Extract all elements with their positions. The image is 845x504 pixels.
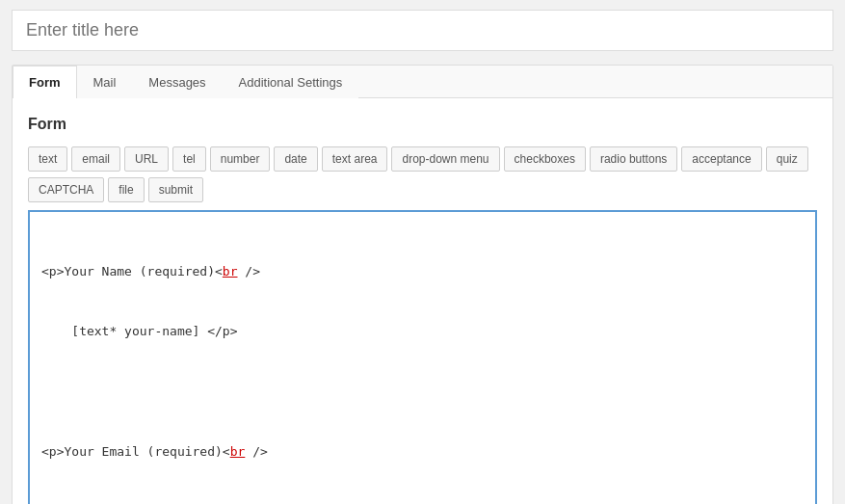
tab-mail[interactable]: Mail [77,66,133,98]
code-editor[interactable]: <p>Your Name (required)<br /> [text* you… [28,210,817,504]
title-input[interactable] [12,10,833,51]
field-btn-captcha[interactable]: CAPTCHA [28,177,104,202]
field-buttons-row1: text email URL tel number date text area… [28,146,817,172]
tabs-wrapper: Form Mail Messages Additional Settings F… [12,65,833,504]
field-buttons-row2: CAPTCHA file submit [28,177,817,202]
field-btn-date[interactable]: date [274,146,317,172]
tab-content-form: Form text email URL tel number date text… [13,98,832,504]
tab-messages[interactable]: Messages [132,66,222,98]
field-btn-dropdown[interactable]: drop-down menu [391,146,499,172]
tabs-bar: Form Mail Messages Additional Settings [13,66,832,98]
tab-additional-settings[interactable]: Additional Settings [223,66,359,98]
field-btn-number[interactable]: number [210,146,271,172]
field-btn-radio[interactable]: radio buttons [590,146,677,172]
field-btn-acceptance[interactable]: acceptance [681,146,761,172]
field-btn-checkboxes[interactable]: checkboxes [504,146,586,172]
field-btn-quiz[interactable]: quiz [766,146,808,172]
field-btn-url[interactable]: URL [124,146,169,172]
field-btn-text[interactable]: text [28,146,67,172]
field-btn-file[interactable]: file [108,177,144,202]
field-btn-tel[interactable]: tel [172,146,206,172]
page-wrapper: Form Mail Messages Additional Settings F… [0,0,845,504]
field-btn-email[interactable]: email [71,146,120,172]
field-btn-submit[interactable]: submit [148,177,203,202]
tab-form[interactable]: Form [13,66,77,98]
field-btn-textarea[interactable]: text area [322,146,388,172]
form-title: Form [28,116,817,133]
